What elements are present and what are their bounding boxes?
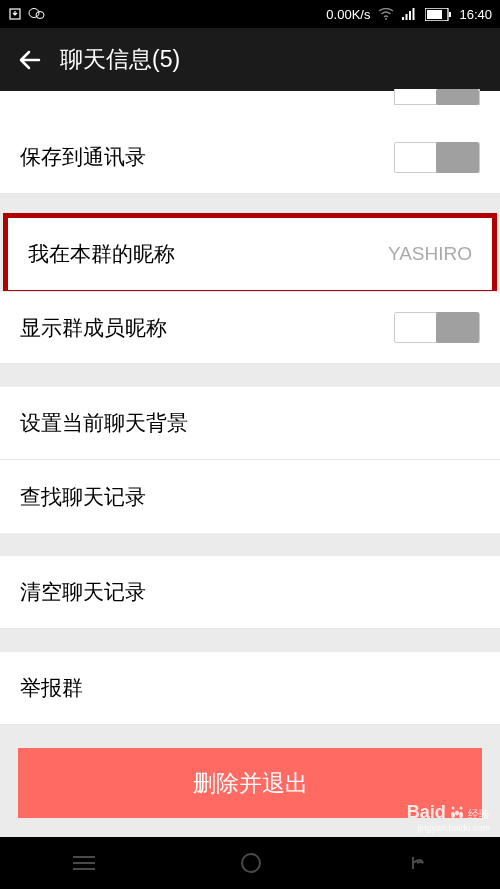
save-to-contacts-toggle[interactable] — [394, 142, 480, 173]
svg-point-3 — [385, 18, 387, 20]
highlight-box: 我在本群的昵称 YASHIRO — [3, 213, 497, 295]
svg-point-14 — [459, 812, 463, 818]
wechat-icon — [28, 7, 46, 21]
nav-home-icon[interactable] — [240, 852, 262, 874]
delete-exit-label: 删除并退出 — [193, 768, 308, 799]
clear-history-row[interactable]: 清空聊天记录 — [0, 556, 500, 629]
svg-rect-9 — [427, 10, 442, 19]
svg-point-11 — [451, 807, 454, 810]
clear-history-label: 清空聊天记录 — [20, 578, 480, 606]
status-bar: 0.00K/s 16:40 — [0, 0, 500, 28]
wifi-icon — [378, 8, 394, 20]
report-group-row[interactable]: 举报群 — [0, 652, 500, 725]
watermark-brand: Baid — [407, 802, 446, 822]
nav-back-icon[interactable] — [407, 853, 427, 873]
svg-rect-5 — [406, 14, 408, 20]
svg-point-19 — [242, 854, 260, 872]
svg-point-1 — [29, 9, 39, 18]
nav-menu-icon[interactable] — [73, 855, 95, 871]
header: 聊天信息(5) — [0, 28, 500, 91]
show-member-nick-toggle[interactable] — [394, 312, 480, 343]
my-nickname-value: YASHIRO — [388, 243, 472, 265]
my-nickname-label: 我在本群的昵称 — [28, 240, 388, 268]
network-speed: 0.00K/s — [326, 7, 370, 22]
show-member-nick-label: 显示群成员昵称 — [20, 314, 394, 342]
save-to-contacts-row[interactable]: 保存到通讯录 — [0, 121, 500, 194]
page-title: 聊天信息(5) — [60, 44, 180, 75]
back-button[interactable] — [14, 44, 46, 76]
svg-rect-4 — [402, 17, 404, 20]
show-member-nick-row[interactable]: 显示群成员昵称 — [0, 291, 500, 364]
svg-rect-7 — [413, 8, 415, 20]
my-nickname-row[interactable]: 我在本群的昵称 YASHIRO — [8, 218, 492, 290]
status-time: 16:40 — [459, 7, 492, 22]
set-background-row[interactable]: 设置当前聊天背景 — [0, 387, 500, 460]
search-history-label: 查找聊天记录 — [20, 483, 480, 511]
watermark: Baid 经验 jingyan.baidu.com — [407, 802, 490, 833]
set-background-label: 设置当前聊天背景 — [20, 409, 480, 437]
search-history-row[interactable]: 查找聊天记录 — [0, 460, 500, 533]
toggle-partial[interactable] — [394, 89, 480, 105]
android-nav-bar — [0, 837, 500, 889]
svg-point-15 — [455, 811, 459, 816]
svg-point-2 — [36, 12, 44, 19]
watermark-url: jingyan.baidu.com — [407, 823, 490, 833]
svg-point-13 — [451, 812, 455, 818]
svg-rect-10 — [449, 12, 451, 17]
report-group-label: 举报群 — [20, 674, 480, 702]
svg-rect-6 — [409, 11, 411, 20]
svg-point-12 — [459, 807, 462, 810]
watermark-suffix: 经验 — [468, 808, 490, 820]
battery-icon — [425, 8, 451, 21]
partial-row-top — [0, 91, 500, 121]
download-icon — [8, 7, 22, 21]
signal-icon — [402, 8, 417, 20]
save-to-contacts-label: 保存到通讯录 — [20, 143, 394, 171]
